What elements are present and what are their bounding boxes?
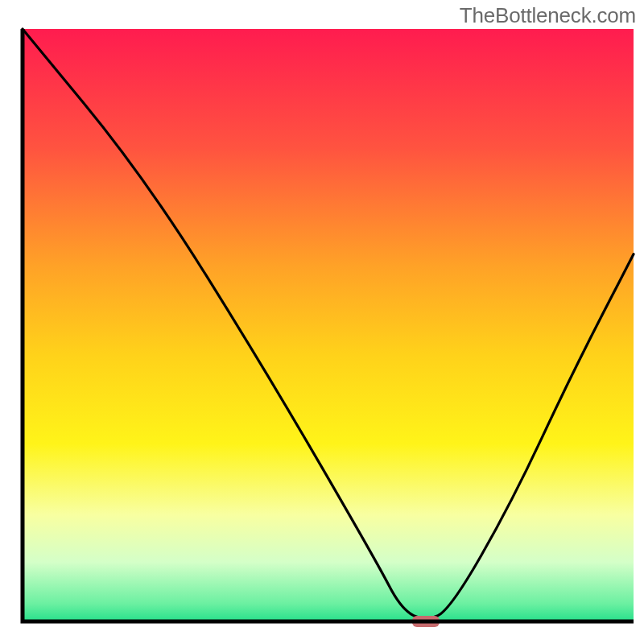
watermark-text: TheBottleneck.com	[460, 3, 636, 28]
bottleneck-chart	[0, 0, 644, 644]
plot-background	[23, 29, 634, 621]
chart-container: TheBottleneck.com	[0, 0, 644, 644]
